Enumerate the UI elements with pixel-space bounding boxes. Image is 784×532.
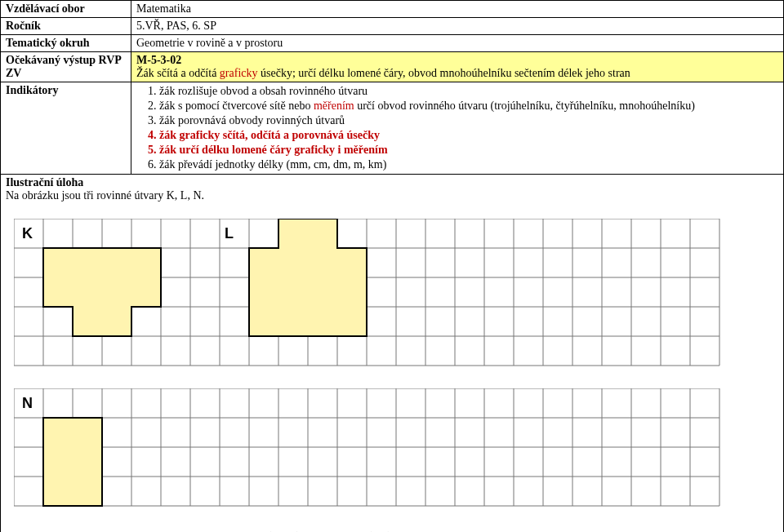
label-outcome: Očekávaný výstup RVP ZV (1, 52, 131, 82)
shape-l (249, 219, 367, 336)
grid-bottom: N (14, 388, 733, 519)
value-grade: 5.VŘ, PAS, 6. SP (131, 18, 784, 35)
outcome-text-post: úsečky; určí délku lomené čáry, obvod mn… (258, 67, 630, 79)
shape-n (43, 418, 102, 506)
indicator-2: žák s pomocí čtvercové sítě nebo měřením… (159, 99, 778, 113)
label-k: K (22, 225, 33, 242)
grid-top: K L (14, 219, 733, 374)
indicator-3: žák porovnává obvody rovinných útvarů (159, 113, 778, 128)
label-indicators: Indikátory (1, 82, 131, 175)
value-indicators: žák rozlišuje obvod a obsah rovinného út… (131, 82, 784, 175)
outcome-text-red: graficky (220, 67, 258, 79)
outcome-text-pre: Žák sčítá a odčítá (136, 67, 220, 79)
indicator-6: žák převádí jednotky délky (mm, cm, dm, … (159, 157, 778, 172)
row-outcome: Očekávaný výstup RVP ZV M-5-3-02 Žák sčí… (1, 52, 784, 82)
row-task: Ilustrační úloha Na obrázku jsou tři rov… (1, 175, 784, 533)
label-subject: Vzdělávací obor (1, 1, 131, 18)
label-l: L (225, 225, 234, 242)
indicator-1: žák rozlišuje obvod a obsah rovinného út… (159, 84, 778, 99)
final-instruction: Rozhodněte o každém z následujících tvrz… (6, 527, 778, 532)
label-grade: Ročník (1, 18, 131, 35)
value-topic: Geometrie v rovině a v prostoru (131, 35, 784, 52)
label-topic: Tematický okruh (1, 35, 131, 52)
task-cell: Ilustrační úloha Na obrázku jsou tři rov… (1, 175, 784, 533)
task-intro: Na obrázku jsou tři rovinné útvary K, L,… (6, 189, 204, 202)
grid-bottom-lines (14, 388, 719, 506)
row-topic: Tematický okruh Geometrie v rovině a v p… (1, 35, 784, 52)
row-indicators: Indikátory žák rozlišuje obvod a obsah r… (1, 82, 784, 175)
indicator-4: žák graficky sčítá, odčítá a porovnává ú… (159, 128, 778, 143)
shape-k (43, 248, 161, 336)
figure-area: K L N (6, 202, 778, 527)
info-table: Vzdělávací obor Matematika Ročník 5.VŘ, … (0, 0, 784, 532)
label-task: Ilustrační úloha (6, 176, 83, 188)
outcome-code: M-5-3-02 (136, 54, 181, 66)
row-grade: Ročník 5.VŘ, PAS, 6. SP (1, 18, 784, 35)
row-subject: Vzdělávací obor Matematika (1, 1, 784, 18)
value-subject: Matematika (131, 1, 784, 18)
value-outcome: M-5-3-02 Žák sčítá a odčítá graficky úse… (131, 52, 784, 82)
indicator-2-pre: žák s pomocí čtvercové sítě nebo (159, 100, 314, 112)
indicator-2-red: měřením (314, 100, 354, 112)
indicator-5: žák určí délku lomené čáry graficky i mě… (159, 143, 778, 157)
indicator-2-post: určí obvod rovinného útvaru (trojúhelník… (354, 100, 695, 112)
label-n: N (22, 395, 33, 411)
indicator-list: žák rozlišuje obvod a obsah rovinného út… (136, 84, 778, 172)
